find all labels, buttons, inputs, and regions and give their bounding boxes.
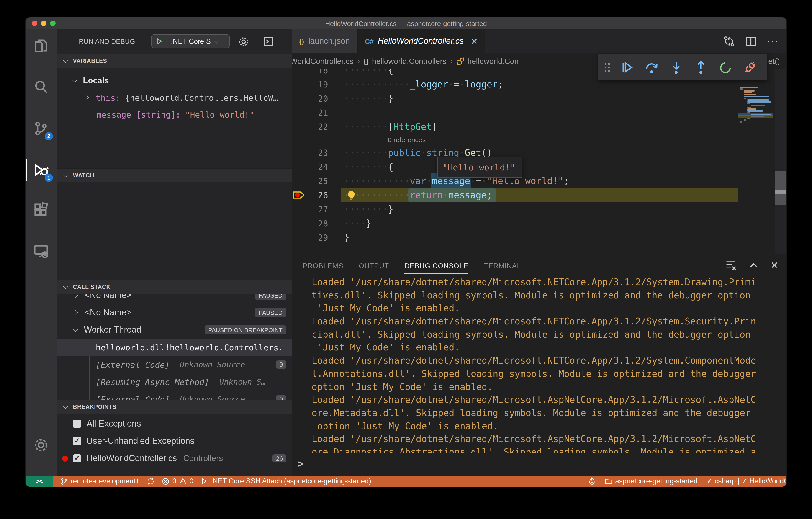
restart-button[interactable] bbox=[713, 54, 738, 80]
code-line[interactable]: ········{ bbox=[344, 160, 394, 174]
line-number[interactable]: 29 bbox=[306, 231, 328, 245]
task-status-label[interactable]: ✓ csharp | ✓ HelloWorldCo bbox=[707, 477, 786, 485]
disconnect-button[interactable] bbox=[738, 54, 762, 80]
tab-helloworldcontroller[interactable]: C# HelloWorldController.cs ✕ bbox=[358, 29, 486, 53]
variables-scope-row[interactable]: Locals bbox=[57, 72, 292, 89]
split-editor-icon[interactable] bbox=[745, 35, 757, 47]
sidebar-item-explorer[interactable] bbox=[26, 32, 57, 59]
sync-changes-item[interactable] bbox=[147, 477, 154, 485]
breakpoint-row[interactable]: All Exceptions bbox=[57, 415, 292, 432]
more-actions-icon[interactable]: ⋯ bbox=[767, 35, 778, 48]
line-number[interactable]: 25 bbox=[306, 174, 328, 188]
title-bar[interactable]: HelloWorldController.cs — aspnetcore-get… bbox=[26, 17, 786, 29]
line-number[interactable]: 21 bbox=[306, 106, 328, 120]
close-panel-icon[interactable]: ✕ bbox=[771, 260, 778, 270]
code-line[interactable]: ········} bbox=[344, 202, 394, 217]
codelens-references[interactable]: 0 references bbox=[388, 134, 426, 146]
thread-row[interactable]: <No Name> PAUSED bbox=[57, 294, 292, 304]
breakpoint-checkbox-checked[interactable] bbox=[73, 454, 81, 462]
console-input-prompt[interactable]: > bbox=[298, 458, 304, 469]
code-line[interactable]: ········} bbox=[344, 92, 394, 106]
code-line[interactable]: ············_logger·=·logger; bbox=[344, 78, 503, 92]
stack-frame-row[interactable]: [External Code] Unknown Source 0 bbox=[57, 391, 292, 400]
sidebar-item-run-and-debug[interactable]: 1 bbox=[26, 157, 57, 183]
breakpoint-checkbox-unchecked[interactable] bbox=[73, 420, 81, 428]
zoom-window-button[interactable] bbox=[50, 21, 56, 26]
code-line[interactable]: } bbox=[344, 231, 349, 245]
code-line[interactable]: ········{ bbox=[344, 69, 394, 78]
clear-console-icon[interactable] bbox=[725, 259, 737, 271]
problems-item[interactable]: 0 0 bbox=[162, 477, 194, 485]
sidebar-item-search[interactable] bbox=[26, 74, 57, 100]
git-branch-item[interactable]: remote-development+ bbox=[60, 477, 139, 485]
debug-settings-button[interactable] bbox=[236, 34, 251, 49]
breadcrumb-method-tail[interactable]: et() bbox=[768, 57, 780, 66]
variable-row-this[interactable]: this: {helloworld.Controllers.HelloW… bbox=[57, 89, 292, 106]
breakpoints-section-header[interactable]: BREAKPOINTS bbox=[57, 400, 292, 414]
stack-frame-row-selected[interactable]: helloworld.dll!helloworld.Controllers. bbox=[57, 339, 292, 356]
editor-scrollbar[interactable] bbox=[775, 69, 786, 254]
sidebar-item-extensions[interactable] bbox=[26, 196, 57, 223]
workspace-folder-item[interactable]: aspnetcore-getting-started bbox=[605, 477, 698, 485]
breakpoint-row[interactable]: HelloWorldController.cs Controllers 26 bbox=[57, 450, 292, 467]
compare-changes-icon[interactable] bbox=[723, 35, 735, 47]
debug-session-item[interactable]: .NET Core SSH Attach (aspnetcore-getting… bbox=[201, 477, 371, 485]
watch-section-header[interactable]: WATCH bbox=[57, 168, 292, 182]
open-debug-console-button[interactable] bbox=[261, 34, 276, 49]
line-number[interactable]: 28 bbox=[306, 217, 328, 231]
call-stack-section-header[interactable]: CALL STACK bbox=[57, 280, 292, 294]
step-into-button[interactable] bbox=[664, 54, 688, 80]
breadcrumb-class[interactable]: helloworld.Con bbox=[467, 57, 519, 66]
launch-config-dropdown[interactable]: .NET Core S bbox=[171, 37, 211, 45]
step-over-button[interactable] bbox=[639, 54, 664, 80]
settings-gear[interactable] bbox=[26, 432, 57, 458]
variable-row-message[interactable]: message [string]: "Hello world!" bbox=[57, 106, 292, 123]
line-number[interactable]: 24 bbox=[306, 160, 328, 174]
code-line[interactable]: ········[HttpGet] bbox=[344, 120, 437, 134]
code-line[interactable]: ····} bbox=[344, 217, 371, 231]
minimap[interactable] bbox=[738, 69, 773, 161]
scrollbar-thumb[interactable] bbox=[775, 171, 786, 205]
editor-tabs: {} launch.json C# HelloWorldController.c… bbox=[292, 29, 786, 53]
tab-output[interactable]: OUTPUT bbox=[359, 262, 389, 272]
maximize-panel-icon[interactable] bbox=[748, 259, 760, 271]
tab-terminal[interactable]: TERMINAL bbox=[484, 262, 521, 272]
paused-breakpoint-glyph[interactable] bbox=[293, 191, 305, 200]
close-window-button[interactable] bbox=[32, 21, 37, 26]
line-number[interactable]: 18 bbox=[306, 69, 328, 78]
toolbar-drag-grip[interactable] bbox=[605, 63, 610, 71]
line-number[interactable]: 19 bbox=[306, 78, 328, 92]
line-number[interactable]: 20 bbox=[306, 92, 328, 106]
minimize-window-button[interactable] bbox=[41, 21, 47, 26]
extensions-icon bbox=[33, 202, 49, 218]
start-debug-button[interactable] bbox=[152, 35, 167, 48]
remote-indicator[interactable]: >< bbox=[26, 476, 53, 487]
chevron-down-icon bbox=[73, 327, 78, 332]
sidebar-item-remote-explorer[interactable] bbox=[26, 238, 57, 264]
close-tab-icon[interactable]: ✕ bbox=[471, 36, 478, 46]
stack-frame-row[interactable]: [Resuming Async Method] Unknown S… bbox=[57, 373, 292, 391]
code-editor[interactable]: 181920212223242526272829 ········{······… bbox=[292, 69, 786, 254]
flame-icon[interactable] bbox=[588, 477, 596, 485]
thread-row[interactable]: <No Name> PAUSED bbox=[57, 304, 292, 321]
breakpoint-row[interactable]: User-Unhandled Exceptions bbox=[57, 432, 292, 450]
breadcrumb-namespace[interactable]: helloworld.Controllers bbox=[372, 57, 446, 66]
continue-button[interactable] bbox=[614, 54, 639, 80]
line-number[interactable]: 27 bbox=[306, 202, 328, 217]
lightbulb-icon[interactable] bbox=[346, 190, 356, 201]
tab-debug-console[interactable]: DEBUG CONSOLE bbox=[404, 262, 468, 272]
thread-row[interactable]: Worker Thread PAUSED ON BREAKPOINT bbox=[57, 321, 292, 339]
step-out-button[interactable] bbox=[688, 54, 713, 80]
tab-launch-json[interactable]: {} launch.json bbox=[292, 29, 358, 53]
code-token: _logger bbox=[410, 79, 448, 90]
stack-frame-row[interactable]: [External Code] Unknown Source 0 bbox=[57, 356, 292, 373]
tab-problems[interactable]: PROBLEMS bbox=[302, 262, 343, 272]
breakpoint-checkbox-checked[interactable] bbox=[73, 437, 81, 445]
variables-section-header[interactable]: VARIABLES bbox=[57, 54, 292, 68]
code-line[interactable]: ············return·message; bbox=[344, 188, 492, 202]
line-number[interactable]: 23 bbox=[306, 146, 328, 160]
line-number[interactable]: 22 bbox=[306, 120, 328, 134]
line-number[interactable]: 26 bbox=[306, 188, 328, 202]
breadcrumb-file[interactable]: WorldController.cs bbox=[292, 57, 353, 66]
sidebar-item-source-control[interactable]: 2 bbox=[26, 115, 57, 142]
